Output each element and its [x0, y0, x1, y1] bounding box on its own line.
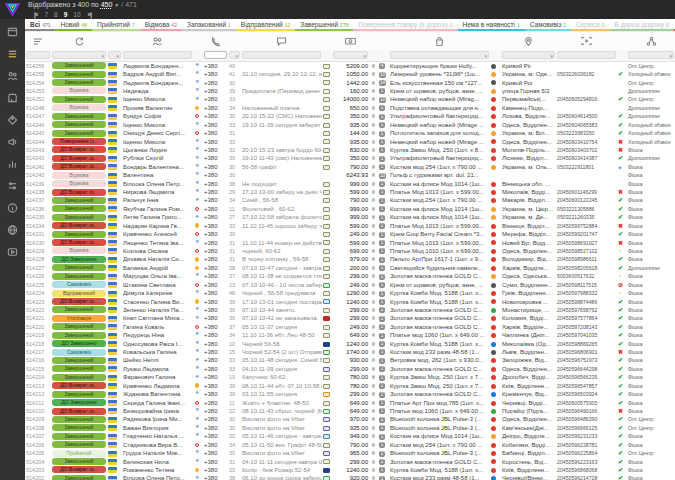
messenger-icon-ring[interactable] — [194, 112, 200, 120]
messenger-icon-blue[interactable]: * — [194, 416, 200, 424]
tab-Прийнятий[interactable]: Прийнятий7 — [92, 19, 140, 31]
product-name[interactable]: Светящийся будильник-хамеле... — [389, 264, 490, 272]
order-row-514214[interactable]: 514214ЗавершенийФаранович Галина*+38019К… — [25, 373, 675, 381]
tab-Нема в наявності[interactable]: Нема в наявності1 — [458, 19, 525, 31]
product-name[interactable]: Крем Goqi Berry Facial Cream *3... — [389, 230, 490, 238]
order-row-514205[interactable]: 514205ПрийнятийГрудок Наталія Мик...*+38… — [25, 449, 675, 457]
column-header-source[interactable] — [627, 32, 675, 50]
tracking-number[interactable] — [556, 87, 617, 95]
order-row-514256[interactable]: 514256ЗавершенийЛюдмила Бондарен...*+380… — [25, 61, 675, 70]
sidebar-item-pages-icon[interactable] — [0, 24, 25, 39]
order-id[interactable]: 514206 — [25, 440, 51, 448]
messenger-icon-blue[interactable]: * — [194, 340, 200, 348]
status-badge[interactable]: Завершений — [52, 433, 106, 440]
order-comment[interactable]: Чорний , 56-58 предумала — [241, 289, 322, 297]
order-id[interactable]: 514213 — [25, 382, 51, 390]
order-id[interactable]: 514237 — [25, 196, 51, 204]
tracking-number[interactable]: 20450596490166 — [556, 407, 617, 415]
order-id[interactable]: 514204 — [25, 457, 51, 465]
tracking-number[interactable]: 20450596486390 — [556, 415, 617, 423]
status-badge[interactable]: Самовивіз — [52, 281, 106, 288]
client-phone[interactable]: +380 — [203, 205, 228, 213]
status-badge[interactable]: Завершений — [52, 130, 106, 137]
client-phone[interactable]: +380 — [203, 457, 228, 465]
page-number-8[interactable]: 8 — [54, 10, 58, 19]
filter-input-product[interactable]: ▾ — [390, 51, 489, 59]
order-id[interactable]: 514215 — [25, 365, 51, 373]
status-badge[interactable]: Завершений — [52, 113, 106, 120]
product-name[interactable]: Подставка охлаждающая для н... — [389, 104, 490, 112]
messenger-icon-amber[interactable] — [194, 382, 200, 390]
status-badge[interactable]: ДО Завершено — [52, 399, 106, 406]
status-badge[interactable]: ДО Возврат ск... — [52, 408, 106, 415]
order-comment[interactable] — [241, 61, 322, 70]
order-comment[interactable]: 05.10 11-48 сегодня. Синий 60... — [241, 356, 322, 364]
messenger-icon-blue[interactable]: * — [194, 357, 200, 365]
tracking-number[interactable]: 20450597041035 — [556, 331, 617, 339]
messenger-icon-blue[interactable]: * — [194, 70, 200, 78]
product-name[interactable]: Платье мод.1060 (1шт. х 649.00 ... — [389, 407, 490, 415]
order-id[interactable]: 514216 — [25, 356, 51, 364]
dropdown-arrow-icon[interactable]: ▾ — [669, 52, 672, 60]
client-phone[interactable]: +380 — [203, 87, 228, 95]
client-phone[interactable]: +380 — [203, 222, 228, 230]
status-badge[interactable]: Завершений — [52, 323, 106, 330]
status-badge[interactable]: Відмова◔ — [52, 104, 106, 111]
order-comment[interactable]: 08.10 11-44 нбт. 07.10 10-58 н... — [241, 382, 322, 390]
tab-Самовивіз[interactable]: Самовивіз2 — [525, 19, 571, 31]
order-row-514246[interactable]: 514246ЗавершенийІщенко Микола*+3803319.1… — [25, 120, 675, 128]
messenger-icon-blue[interactable]: * — [194, 171, 200, 179]
order-comment[interactable]: 19.10 11-43 (смс) Наложенны... — [241, 154, 322, 162]
dropdown-arrow-icon[interactable]: ▾ — [363, 52, 366, 60]
order-id[interactable]: 514223 — [25, 297, 51, 305]
tracking-number[interactable] — [556, 179, 617, 187]
tracking-number[interactable]: 20450600122245 — [556, 196, 617, 204]
column-header-ttn[interactable] — [556, 32, 617, 50]
order-id[interactable]: 514211 — [25, 398, 51, 406]
messenger-icon-ring[interactable] — [194, 230, 200, 238]
client-phone[interactable]: +380 — [203, 373, 228, 381]
filter-select-code[interactable]: ▾ — [229, 51, 240, 59]
product-name[interactable]: Костюм на флисе Мод 1014 (1ш... — [389, 432, 490, 440]
order-comment[interactable]: 05.10 11-46 сегодня - завтра. ... — [241, 432, 322, 440]
tracking-number[interactable]: 20450599752884 — [556, 222, 617, 230]
order-comment[interactable]: Наложенный платеж — [241, 104, 322, 112]
order-row-514236[interactable]: 514236ЗавершенийЯкубчак Галина Ром...+38… — [25, 205, 675, 213]
messenger-icon-blue[interactable]: * — [194, 374, 200, 382]
product-name[interactable]: Немецкий набор ножей (Mirage ... — [389, 120, 490, 128]
client-phone[interactable]: +380 — [203, 432, 228, 440]
order-row-514211[interactable]: 514211ДО ЗавершеноСереда Галина Івані...… — [25, 398, 675, 406]
tracking-number[interactable]: 20450597208143 — [556, 323, 617, 331]
product-name[interactable]: Куртка Комби Мод. 5188 (1шт. х... — [389, 297, 490, 305]
product-name[interactable]: Костюм мод 233 разм,48-58 (1... — [389, 348, 490, 356]
product-name[interactable]: Крем от шрамов, рубцов, акне, ... — [389, 280, 490, 288]
messenger-icon-blue[interactable]: * — [194, 407, 200, 415]
order-row-514235[interactable]: 514235ЗавершенийЛетяк Галина Григо...*+3… — [25, 213, 675, 221]
status-badge[interactable]: ДО Возврат ск... — [52, 146, 106, 153]
page-number-7[interactable]: 7 — [44, 10, 48, 19]
product-name[interactable]: Платье мод 1060 (1шт. х 649.00 ... — [389, 331, 490, 339]
filter-input-comment[interactable] — [242, 51, 321, 59]
messenger-icon-blue[interactable]: * — [194, 424, 200, 432]
product-name[interactable]: Лазерный уровень *31|96* (1ш... — [389, 70, 490, 78]
order-id[interactable]: 514231 — [25, 230, 51, 238]
product-name[interactable]: Ультрафиолетовый бактерицид... — [389, 154, 490, 162]
messenger-icon-blue[interactable]: * — [194, 239, 200, 247]
status-badge[interactable]: Утилізація — [52, 315, 106, 322]
messenger-icon-blue[interactable]: * — [194, 365, 200, 373]
tracking-number[interactable]: 20450604065583 — [556, 120, 617, 128]
client-phone[interactable]: +380 — [203, 474, 228, 480]
tracking-number[interactable]: 20450598527102 — [556, 247, 617, 255]
product-name[interactable]: Костюм мод 254 (1шт. х 790.00 ... — [389, 196, 490, 204]
status-badge[interactable]: Завершений — [52, 197, 106, 204]
product-name[interactable]: Bluetooth колонка JBL Pulse-3 (... — [389, 424, 490, 432]
client-phone[interactable]: +380 — [203, 213, 228, 221]
tracking-number[interactable]: 0503221260335 — [556, 213, 617, 221]
column-header-name[interactable] — [122, 32, 193, 50]
order-id[interactable]: 514252 — [25, 95, 51, 103]
order-id[interactable]: 514230 — [25, 238, 51, 246]
product-name[interactable]: Костюм мод 254 (1шт. х 790.00 ... — [389, 163, 490, 171]
product-name[interactable]: Костюм мод 254 (1шт. х 790.00 ... — [389, 440, 490, 448]
order-comment[interactable]: 04.10 11-11 сегодня-завтра 03... — [241, 457, 322, 465]
client-phone[interactable]: +380 — [203, 146, 228, 154]
